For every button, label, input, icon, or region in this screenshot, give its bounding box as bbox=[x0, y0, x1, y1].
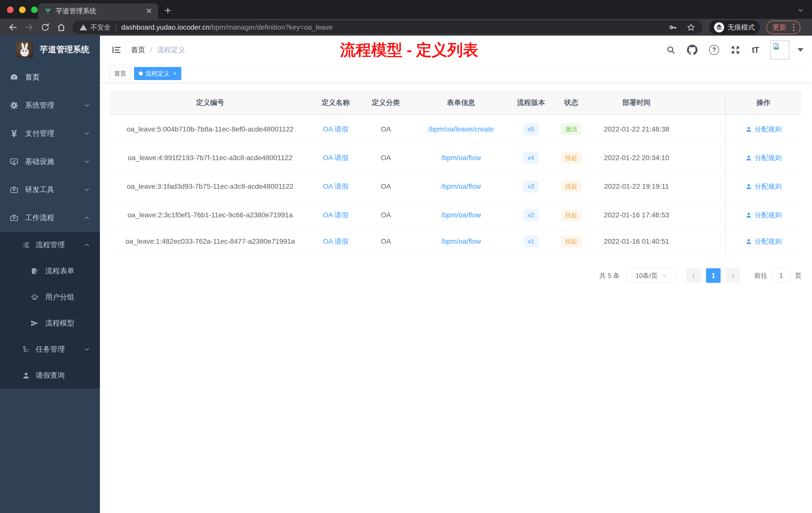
sidebar-item-process-management[interactable]: 流程管理 bbox=[0, 232, 100, 258]
font-size-icon[interactable]: tT bbox=[752, 45, 759, 55]
tag-home[interactable]: 首页 bbox=[110, 67, 131, 80]
form-link[interactable]: /bpm/oa/flow bbox=[411, 237, 511, 245]
forward-button[interactable] bbox=[21, 23, 37, 32]
app-title: 芋道管理系统 bbox=[40, 44, 89, 55]
sidebar-item-home[interactable]: 首页 bbox=[0, 63, 100, 91]
goto-label: 前往 bbox=[754, 271, 767, 280]
definition-table: 定义编号 定义名称 定义分类 表单信息 流程版本 状态 部署时间 操作 oa_l… bbox=[110, 91, 802, 253]
sidebar-item-leave-query[interactable]: 请假查询 bbox=[0, 362, 100, 389]
search-icon[interactable] bbox=[666, 46, 675, 55]
definition-name-link[interactable]: OA 请假 bbox=[311, 153, 361, 163]
home-button[interactable] bbox=[53, 23, 69, 32]
form-link[interactable]: /bpm/oa/leave/create bbox=[411, 125, 511, 133]
chevron-down-icon bbox=[83, 346, 90, 353]
chevron-down-icon bbox=[83, 102, 90, 109]
browser-tab[interactable]: 芋道管理系统 ✕ bbox=[38, 3, 158, 19]
dashboard-icon bbox=[9, 73, 19, 82]
tag-process-definition[interactable]: 流程定义 × bbox=[134, 67, 181, 80]
zoom-window-button[interactable] bbox=[31, 6, 38, 13]
definition-id: oa_leave:1:482ec033-762a-11ec-8477-a2380… bbox=[110, 237, 311, 245]
toolbox-icon bbox=[9, 213, 19, 222]
definition-name-link[interactable]: OA 请假 bbox=[311, 124, 361, 134]
definition-category: OA bbox=[361, 125, 411, 133]
help-icon[interactable]: ? bbox=[709, 45, 719, 55]
page-size-select[interactable]: 10条/页 bbox=[627, 269, 677, 282]
column-header: 流程版本 bbox=[511, 98, 551, 108]
page-number-active[interactable]: 1 bbox=[706, 268, 721, 283]
definition-name-link[interactable]: OA 请假 bbox=[311, 210, 361, 220]
next-page-button[interactable] bbox=[726, 268, 740, 283]
sidebar-item-workflow[interactable]: 工作流程 bbox=[0, 204, 100, 232]
sidebar-toggle-icon[interactable] bbox=[112, 45, 121, 55]
page-scrollbar[interactable] bbox=[809, 36, 812, 513]
version-badge: v3 bbox=[523, 181, 538, 192]
chevron-up-icon bbox=[83, 241, 90, 248]
column-header: 部署时间 bbox=[591, 98, 682, 108]
sidebar-item-system[interactable]: 系统管理 bbox=[0, 91, 100, 119]
goto-page-input[interactable]: 1 bbox=[771, 269, 791, 282]
form-link[interactable]: /bpm/oa/flow bbox=[411, 154, 511, 162]
tag-close-icon[interactable]: × bbox=[173, 70, 176, 77]
browser-menu-icon[interactable] bbox=[793, 24, 794, 31]
assign-rule-button[interactable]: 分配规则 bbox=[745, 211, 782, 220]
definition-id: oa_leave:4:991f2193-7b7f-11ec-a3c8-acde4… bbox=[110, 154, 311, 162]
fixed-column-divider bbox=[725, 91, 726, 254]
deploy-time: 2022-01-22 21:48:38 bbox=[591, 125, 682, 133]
password-key-icon[interactable] bbox=[668, 23, 677, 32]
assign-rule-button[interactable]: 分配规则 bbox=[745, 153, 782, 162]
assign-rule-button[interactable]: 分配规则 bbox=[745, 182, 782, 191]
sidebar-item-devtools[interactable]: 研发工具 bbox=[0, 176, 100, 204]
version-badge: v1 bbox=[523, 236, 538, 247]
sidebar-item-user-group[interactable]: 用户分组 bbox=[0, 284, 100, 310]
sidebar-item-task-management[interactable]: 任务管理 bbox=[0, 336, 100, 362]
bookmark-star-icon[interactable] bbox=[687, 23, 696, 32]
column-header: 定义编号 bbox=[110, 98, 311, 108]
deploy-time: 2022-01-22 20:34:10 bbox=[591, 154, 682, 162]
form-link[interactable]: /bpm/oa/flow bbox=[411, 182, 511, 190]
table-row: oa_leave:2:3c1f0ef1-76b1-11ec-9c66-a2380… bbox=[110, 201, 802, 230]
avatar-caret-icon[interactable] bbox=[798, 48, 804, 52]
github-icon[interactable] bbox=[687, 45, 697, 55]
column-header: 定义名称 bbox=[311, 98, 361, 108]
chevron-down-icon bbox=[83, 158, 90, 165]
sidebar-item-payment[interactable]: ¥ 支付管理 bbox=[0, 119, 100, 148]
status-badge: 挂起 bbox=[561, 181, 581, 192]
browser-toolbar: 不安全 dashboard.yudao.iocoder.cn/bpm/manag… bbox=[0, 19, 812, 36]
incognito-label: 无痕模式 bbox=[728, 23, 755, 32]
sidebar: 芋道管理系统 首页 系统管理 ¥ 支付 bbox=[0, 36, 100, 513]
page-content: 定义编号 定义名称 定义分类 表单信息 流程版本 状态 部署时间 操作 oa_l… bbox=[100, 83, 812, 513]
definition-category: OA bbox=[361, 237, 411, 245]
definition-name-link[interactable]: OA 请假 bbox=[311, 237, 361, 246]
fullscreen-icon[interactable] bbox=[731, 45, 740, 55]
sidebar-item-process-model[interactable]: 流程模型 bbox=[0, 310, 100, 336]
insecure-label[interactable]: 不安全 bbox=[90, 23, 111, 32]
new-tab-button[interactable]: + bbox=[165, 4, 171, 16]
tab-close-icon[interactable]: ✕ bbox=[146, 7, 152, 15]
status-badge: 激活 bbox=[561, 123, 581, 135]
assign-rule-button[interactable]: 分配规则 bbox=[745, 237, 782, 246]
sidebar-item-infrastructure[interactable]: 基础设施 bbox=[0, 148, 100, 176]
monitor-icon bbox=[9, 157, 19, 166]
definition-name-link[interactable]: OA 请假 bbox=[311, 182, 361, 191]
update-label[interactable]: 更新 bbox=[772, 23, 786, 32]
version-badge: v5 bbox=[523, 123, 538, 135]
definition-id: oa_leave:2:3c1f0ef1-76b1-11ec-9c66-a2380… bbox=[110, 211, 311, 219]
breadcrumb: 首页 / 流程定义 bbox=[131, 45, 185, 55]
definition-id: oa_leave:5:004b710b-7b8a-11ec-8ef0-acde4… bbox=[110, 125, 311, 133]
form-link[interactable]: /bpm/oa/flow bbox=[411, 211, 511, 219]
tab-search-chevron-icon[interactable] bbox=[797, 6, 805, 14]
close-window-button[interactable] bbox=[7, 6, 13, 13]
back-button[interactable] bbox=[5, 23, 21, 32]
column-header: 表单信息 bbox=[411, 98, 511, 108]
breadcrumb-home[interactable]: 首页 bbox=[131, 45, 145, 55]
address-bar[interactable]: 不安全 dashboard.yudao.iocoder.cn/bpm/manag… bbox=[72, 21, 702, 34]
assign-rule-button[interactable]: 分配规则 bbox=[745, 125, 782, 134]
prev-page-button[interactable] bbox=[687, 268, 701, 283]
insecure-warning-icon[interactable] bbox=[79, 23, 87, 31]
sidebar-item-process-form[interactable]: 流程表单 bbox=[0, 258, 100, 284]
avatar[interactable] bbox=[770, 40, 789, 59]
incognito-icon bbox=[714, 22, 724, 32]
minimize-window-button[interactable] bbox=[19, 6, 26, 13]
update-button[interactable]: 更新 bbox=[766, 21, 801, 34]
reload-button[interactable] bbox=[37, 23, 53, 32]
